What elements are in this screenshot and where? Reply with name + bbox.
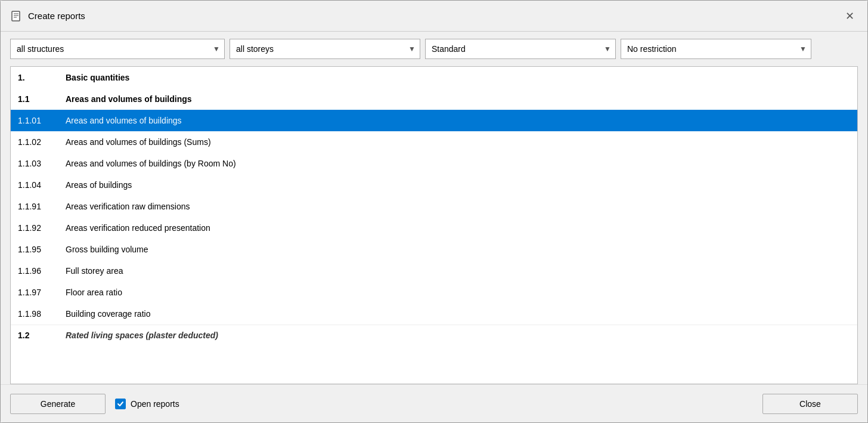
item-code: 1.1.92 <box>18 223 66 233</box>
toolbar: all structures ▼ all storeys ▼ Standard … <box>1 32 867 66</box>
item-label: Areas and volumes of buildings (Sums) <box>66 137 850 147</box>
item-label: Areas of buildings <box>66 180 850 190</box>
footer: Generate Open reports Close <box>1 384 867 422</box>
content-area: 1. Basic quantities 1.1 Areas and volume… <box>10 66 858 384</box>
item-label: Full storey area <box>66 266 850 276</box>
item-code: 1. <box>18 73 66 82</box>
list-item: 1. Basic quantities <box>11 67 857 88</box>
item-label: Basic quantities <box>66 73 850 82</box>
item-code: 1.1.96 <box>18 266 66 276</box>
item-label: Areas verification raw dimensions <box>66 202 850 211</box>
list-item[interactable]: 1.1.04 Areas of buildings <box>11 174 857 196</box>
title-bar-left: Create reports <box>10 10 85 22</box>
list-item[interactable]: 1.1.95 Gross building volume <box>11 239 857 260</box>
dialog-icon <box>10 10 22 22</box>
generate-button[interactable]: Generate <box>10 394 106 414</box>
item-code: 1.1.04 <box>18 180 66 190</box>
standard-dropdown[interactable]: Standard <box>425 39 616 59</box>
item-label: Gross building volume <box>66 245 850 254</box>
item-label: Areas verification reduced presentation <box>66 223 850 233</box>
list-item[interactable]: 1.1.02 Areas and volumes of buildings (S… <box>11 131 857 153</box>
item-label: Areas and volumes of buildings <box>66 116 850 125</box>
item-code: 1.1.95 <box>18 245 66 254</box>
item-code: 1.1.01 <box>18 116 66 125</box>
open-reports-checkbox[interactable] <box>115 399 126 409</box>
list-item[interactable]: 1.1.03 Areas and volumes of buildings (b… <box>11 153 857 174</box>
list-item: 1.1 Areas and volumes of buildings <box>11 88 857 110</box>
create-reports-dialog: Create reports ✕ all structures ▼ all st… <box>0 0 868 423</box>
title-bar: Create reports ✕ <box>1 1 867 32</box>
svg-rect-0 <box>12 11 20 21</box>
open-reports-label[interactable]: Open reports <box>115 399 179 409</box>
footer-left: Generate Open reports <box>10 394 179 414</box>
item-code: 1.1.98 <box>18 309 66 319</box>
list-item[interactable]: 1.1.92 Areas verification reduced presen… <box>11 217 857 239</box>
structures-dropdown[interactable]: all structures <box>10 39 225 59</box>
storeys-dropdown-wrapper: all storeys ▼ <box>230 39 420 59</box>
item-label: Areas and volumes of buildings <box>66 94 850 104</box>
standard-dropdown-wrapper: Standard ▼ <box>425 39 616 59</box>
item-code: 1.1.97 <box>18 288 66 297</box>
list-item[interactable]: 1.1.96 Full storey area <box>11 260 857 282</box>
item-code: 1.2 <box>18 331 66 340</box>
list-item: 1.2 Rated living spaces (plaster deducte… <box>11 325 857 346</box>
item-label: Rated living spaces (plaster deducted) <box>66 331 850 340</box>
dialog-title: Create reports <box>28 11 85 21</box>
item-code: 1.1.02 <box>18 137 66 147</box>
report-list[interactable]: 1. Basic quantities 1.1 Areas and volume… <box>11 67 857 384</box>
structures-dropdown-wrapper: all structures ▼ <box>10 39 225 59</box>
item-label: Building coverage ratio <box>66 309 850 319</box>
list-item[interactable]: 1.1.01 Areas and volumes of buildings <box>11 110 857 131</box>
item-label: Areas and volumes of buildings (by Room … <box>66 159 850 168</box>
list-item[interactable]: 1.1.91 Areas verification raw dimensions <box>11 196 857 217</box>
restriction-dropdown[interactable]: No restriction <box>621 39 811 59</box>
item-code: 1.1.91 <box>18 202 66 211</box>
item-label: Floor area ratio <box>66 288 850 297</box>
storeys-dropdown[interactable]: all storeys <box>230 39 420 59</box>
item-code: 1.1 <box>18 94 66 104</box>
list-item[interactable]: 1.1.97 Floor area ratio <box>11 282 857 303</box>
item-code: 1.1.03 <box>18 159 66 168</box>
close-button[interactable]: Close <box>762 394 858 414</box>
restriction-dropdown-wrapper: No restriction ▼ <box>621 39 811 59</box>
list-item[interactable]: 1.1.98 Building coverage ratio <box>11 303 857 325</box>
open-reports-text: Open reports <box>131 399 179 409</box>
close-button[interactable]: ✕ <box>842 10 858 23</box>
